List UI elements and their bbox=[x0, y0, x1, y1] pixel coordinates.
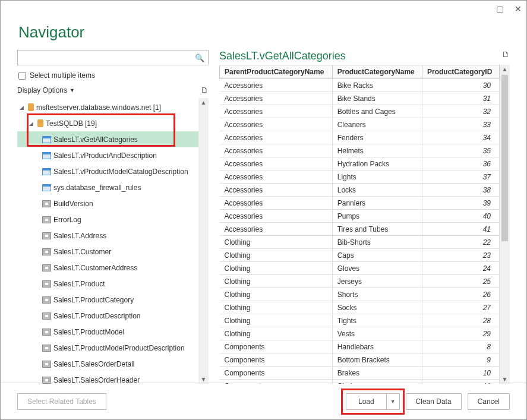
table-row[interactable]: ClothingVests29 bbox=[220, 327, 500, 340]
tree-object-node[interactable]: SalesLT.ProductModelProductDescription bbox=[17, 340, 198, 356]
table-cell: Gloves bbox=[332, 262, 422, 275]
tree-object-node[interactable]: SalesLT.ProductModel bbox=[17, 324, 198, 340]
collapse-icon[interactable]: ◢ bbox=[20, 105, 26, 110]
tree-object-node[interactable]: SalesLT.ProductCategory bbox=[17, 292, 198, 308]
table-cell: Clothing bbox=[220, 301, 333, 314]
cancel-button[interactable]: Cancel bbox=[468, 393, 510, 410]
scroll-thumb[interactable] bbox=[501, 75, 508, 241]
tree-object-node[interactable]: sys.database_firewall_rules bbox=[17, 179, 198, 195]
select-multiple-row[interactable]: Select multiple items bbox=[17, 71, 209, 80]
table-cell: Bike Racks bbox=[332, 79, 422, 92]
table-row[interactable]: AccessoriesHelmets35 bbox=[220, 144, 500, 157]
clean-data-button[interactable]: Clean Data bbox=[406, 393, 462, 410]
table-cell: Clothing bbox=[220, 275, 333, 288]
display-options-dropdown[interactable]: Display Options ▼ bbox=[17, 86, 75, 94]
tree-object-node[interactable]: SalesLT.SalesOrderDetail bbox=[17, 356, 198, 372]
tree-object-node[interactable]: BuildVersion bbox=[17, 195, 198, 211]
collapse-icon[interactable]: ◢ bbox=[29, 121, 35, 127]
search-input[interactable] bbox=[21, 53, 195, 62]
table-cell: Accessories bbox=[220, 223, 333, 236]
table-cell: 40 bbox=[422, 210, 499, 223]
tree-item-label: sys.database_firewall_rules bbox=[53, 184, 141, 192]
table-row[interactable]: ComponentsBrakes10 bbox=[220, 367, 500, 380]
scroll-up-icon[interactable]: ▲ bbox=[502, 65, 508, 74]
object-tree[interactable]: ◢ msftestserver.database.windows.net [1]… bbox=[17, 98, 198, 384]
table-cell: Accessories bbox=[220, 157, 333, 170]
table-cell: Socks bbox=[332, 301, 422, 314]
scroll-down-icon[interactable]: ▼ bbox=[201, 376, 207, 383]
preview-scrollbar[interactable]: ▲ ▼ bbox=[500, 65, 510, 384]
table-cell: Clothing bbox=[220, 249, 333, 262]
tree-scrollbar[interactable]: ▲ ▼ bbox=[198, 98, 209, 384]
column-header[interactable]: ParentProductCategoryName bbox=[220, 65, 333, 79]
table-cell: Panniers bbox=[332, 197, 422, 210]
table-row[interactable]: AccessoriesFenders34 bbox=[220, 131, 500, 144]
tree-item-label: SalesLT.Product bbox=[53, 280, 105, 288]
tree-object-node[interactable]: SalesLT.vProductModelCatalogDescription bbox=[17, 163, 198, 179]
table-row[interactable]: AccessoriesCleaners33 bbox=[220, 118, 500, 131]
tree-object-node[interactable]: SalesLT.Address bbox=[17, 228, 198, 244]
close-icon[interactable]: ✕ bbox=[515, 4, 522, 14]
tree-object-node[interactable]: SalesLT.ProductDescription bbox=[17, 308, 198, 324]
tree-item-label: SalesLT.SalesOrderDetail bbox=[53, 360, 135, 368]
maximize-icon[interactable]: ▢ bbox=[496, 4, 504, 14]
column-header[interactable]: ProductCategoryName bbox=[332, 65, 422, 79]
table-row[interactable]: AccessoriesBottles and Cages32 bbox=[220, 105, 500, 118]
tree-item-label: SalesLT.CustomerAddress bbox=[53, 264, 137, 272]
table-row[interactable]: ComponentsBottom Brackets9 bbox=[220, 353, 500, 367]
tree-server-label: msftestserver.database.windows.net [1] bbox=[36, 103, 161, 112]
table-row[interactable]: ComponentsHandlebars8 bbox=[220, 340, 500, 353]
search-icon[interactable]: 🔍 bbox=[195, 53, 204, 62]
table-cell: 24 bbox=[422, 262, 499, 275]
table-row[interactable]: ClothingSocks27 bbox=[220, 301, 500, 314]
tree-object-node[interactable]: SalesLT.Customer bbox=[17, 244, 198, 260]
table-row[interactable]: ClothingShorts26 bbox=[220, 288, 500, 301]
column-header[interactable]: ProductCategoryID bbox=[422, 65, 499, 79]
tree-item-label: SalesLT.ProductModel bbox=[53, 328, 124, 336]
table-cell: Bib-Shorts bbox=[332, 236, 422, 249]
table-row[interactable]: ClothingGloves24 bbox=[220, 262, 500, 275]
select-related-tables-button[interactable]: Select Related Tables bbox=[17, 393, 106, 410]
tree-object-node[interactable]: SalesLT.vProductAndDescription bbox=[17, 147, 198, 163]
tree-item-label: ErrorLog bbox=[53, 216, 81, 224]
table-row[interactable]: AccessoriesLights37 bbox=[220, 170, 500, 184]
tree-database-node[interactable]: ◢ TestSQLDB [19] bbox=[17, 115, 198, 131]
table-row[interactable]: ClothingBib-Shorts22 bbox=[220, 236, 500, 249]
table-row[interactable]: AccessoriesHydration Packs36 bbox=[220, 157, 500, 170]
table-row[interactable]: AccessoriesPanniers39 bbox=[220, 197, 500, 210]
table-cell: 34 bbox=[422, 131, 499, 144]
scroll-up-icon[interactable]: ▲ bbox=[201, 99, 207, 106]
table-cell: 39 bbox=[422, 197, 499, 210]
page-title: Navigator bbox=[1, 17, 526, 50]
table-row[interactable]: AccessoriesBike Stands31 bbox=[220, 92, 500, 105]
select-multiple-checkbox[interactable] bbox=[18, 72, 26, 80]
tree-object-node[interactable]: SalesLT.CustomerAddress bbox=[17, 260, 198, 276]
table-row[interactable]: ClothingJerseys25 bbox=[220, 275, 500, 288]
table-cell: 27 bbox=[422, 301, 499, 314]
tree-object-node[interactable]: SalesLT.Product bbox=[17, 276, 198, 292]
tree-server-node[interactable]: ◢ msftestserver.database.windows.net [1] bbox=[17, 99, 198, 115]
tree-database-label: TestSQLDB [19] bbox=[46, 119, 97, 128]
footer: Select Related Tables Load ▼ Clean Data … bbox=[1, 383, 526, 419]
table-cell: 35 bbox=[422, 144, 499, 157]
tree-object-node[interactable]: ErrorLog bbox=[17, 211, 198, 228]
tree-object-node[interactable]: SalesLT.SalesOrderHeader bbox=[17, 372, 198, 384]
tree-item-label: SalesLT.Customer bbox=[53, 248, 111, 256]
table-cell: Accessories bbox=[220, 105, 333, 118]
table-cell: Fenders bbox=[332, 131, 422, 144]
table-row[interactable]: AccessoriesTires and Tubes41 bbox=[220, 223, 500, 236]
preview-options-icon[interactable]: 🗋 bbox=[502, 50, 510, 59]
table-cell: 36 bbox=[422, 157, 499, 170]
table-row[interactable]: AccessoriesLocks38 bbox=[220, 184, 500, 197]
table-row[interactable]: ClothingTights28 bbox=[220, 314, 500, 327]
load-button[interactable]: Load bbox=[346, 393, 386, 410]
load-dropdown-button[interactable]: ▼ bbox=[386, 393, 400, 410]
table-row[interactable]: ClothingCaps23 bbox=[220, 249, 500, 262]
tree-object-node[interactable]: SalesLT.vGetAllCategories bbox=[17, 131, 198, 147]
refresh-icon[interactable]: 🗋 bbox=[201, 86, 209, 94]
search-box[interactable]: 🔍 bbox=[17, 50, 209, 65]
table-row[interactable]: AccessoriesPumps40 bbox=[220, 210, 500, 223]
table-row[interactable]: AccessoriesBike Racks30 bbox=[220, 79, 500, 92]
table-cell: Hydration Packs bbox=[332, 157, 422, 170]
tree-item-label: SalesLT.vProductModelCatalogDescription bbox=[53, 168, 188, 176]
